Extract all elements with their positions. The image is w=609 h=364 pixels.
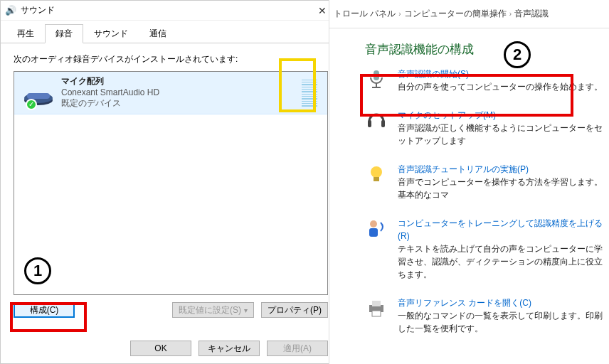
- tab-communications[interactable]: 通信: [139, 24, 177, 43]
- dialog-bottom-row: OK キャンセル 適用(A): [130, 341, 328, 356]
- chevron-right-icon: ›: [398, 10, 401, 18]
- svg-rect-2: [27, 93, 50, 99]
- breadcrumb-speech[interactable]: 音声認識: [514, 8, 549, 20]
- breadcrumb: トロール パネル › コンピューターの簡単操作 › 音声認識: [329, 0, 609, 28]
- sound-dialog: 🔊 サウンド ✕ 再生 録音 サウンド 通信 次のオーディオ録音デバイスがインス…: [0, 0, 341, 364]
- svg-rect-7: [381, 120, 385, 127]
- person-speaking-icon: [365, 217, 388, 240]
- option-tutorial: 音声認識チュートリアルの実施(P) 音声でコンピューターを操作する方法を学習しま…: [365, 163, 605, 201]
- option-start-desc: 自分の声を使ってコンピューターの操作を始めます。: [398, 80, 605, 93]
- option-train-desc: テキストを読み上げて自分の声をコンピューターに学習させ、認識が、ディクテーション…: [398, 242, 605, 281]
- svg-rect-14: [372, 311, 381, 316]
- option-start-speech: 音声認識の開始(S) 自分の声を使ってコンピューターの操作を始めます。: [365, 68, 605, 93]
- option-reference: 音声リファレンス カードを開く(C) 一般的なコマンドの一覧を表示して印刷します…: [365, 296, 605, 335]
- chevron-right-icon: ›: [509, 10, 512, 18]
- printer-icon: [365, 296, 388, 319]
- microphone-array-icon: ✓: [21, 79, 55, 107]
- panel-body: 音声認識機能の構成 音声認識の開始(S) 自分の声を使ってコンピューターの操作を…: [329, 28, 609, 355]
- option-start-link[interactable]: 音声認識の開始(S): [398, 68, 605, 80]
- option-tutorial-link[interactable]: 音声認識チュートリアルの実施(P): [398, 163, 605, 176]
- svg-rect-11: [369, 228, 378, 237]
- cancel-button[interactable]: キャンセル: [198, 341, 260, 356]
- checkmark-icon: ✓: [26, 99, 37, 110]
- device-default-label: 既定のデバイス: [61, 98, 296, 109]
- set-default-button[interactable]: 既定値に設定(S) ▾: [172, 302, 254, 318]
- device-subtitle: Conexant SmartAudio HD: [61, 87, 296, 99]
- titlebar: 🔊 サウンド ✕: [1, 1, 341, 21]
- svg-rect-9: [374, 177, 379, 181]
- device-list[interactable]: ✓ マイク配列 Conexant SmartAudio HD 既定のデバイス: [14, 71, 328, 295]
- tabs-bar: 再生 録音 サウンド 通信: [1, 21, 341, 43]
- microphone-icon: [365, 68, 388, 90]
- configure-button[interactable]: 構成(C): [14, 302, 75, 318]
- lightbulb-icon: [365, 163, 388, 186]
- svg-point-8: [371, 166, 382, 178]
- panel-heading: 音声認識機能の構成: [365, 41, 605, 58]
- svg-rect-6: [368, 120, 371, 127]
- set-default-label: 既定値に設定(S): [179, 304, 241, 316]
- annotation-circle-1: 1: [24, 257, 51, 284]
- headset-icon: [365, 109, 388, 132]
- annotation-circle-2: 2: [504, 41, 531, 68]
- option-reference-link[interactable]: 音声リファレンス カードを開く(C): [398, 296, 605, 309]
- tab-recording[interactable]: 録音: [45, 24, 83, 43]
- tab-playback[interactable]: 再生: [6, 24, 45, 43]
- instruction-text: 次のオーディオ録音デバイスがインストールされています:: [14, 53, 328, 65]
- option-setup-mic: マイクのセットアップ(M) 音声認識が正しく機能するようにコンピューターをセット…: [365, 109, 605, 147]
- speaker-icon: 🔊: [5, 5, 16, 16]
- option-train: コンピューターをトレーニングして認識精度を上げる(R) テキストを読み上げて自分…: [365, 217, 605, 281]
- device-item[interactable]: ✓ マイク配列 Conexant SmartAudio HD 既定のデバイス: [14, 72, 327, 114]
- breadcrumb-control-panel[interactable]: トロール パネル: [334, 8, 396, 20]
- device-button-row: 構成(C) 既定値に設定(S) ▾ プロパティ(P): [14, 302, 328, 318]
- svg-rect-3: [374, 70, 379, 80]
- option-train-link[interactable]: コンピューターをトレーニングして認識精度を上げる(R): [398, 217, 605, 242]
- option-setup-mic-link[interactable]: マイクのセットアップ(M): [398, 109, 605, 122]
- svg-point-10: [370, 220, 377, 228]
- chevron-down-icon: ▾: [244, 306, 248, 314]
- option-setup-mic-desc: 音声認識が正しく機能するようにコンピューターをセットアップします: [398, 122, 605, 147]
- level-meter: [302, 80, 317, 107]
- option-tutorial-desc: 音声でコンピューターを操作する方法を学習します。基本的なコマ: [398, 176, 605, 201]
- svg-rect-13: [372, 301, 381, 306]
- device-name: マイク配列: [61, 76, 296, 87]
- ok-button[interactable]: OK: [130, 341, 191, 356]
- device-text: マイク配列 Conexant SmartAudio HD 既定のデバイス: [61, 76, 296, 109]
- breadcrumb-ease-of-access[interactable]: コンピューターの簡単操作: [404, 8, 507, 20]
- speech-recognition-panel: トロール パネル › コンピューターの簡単操作 › 音声認識 音声認識機能の構成…: [329, 0, 609, 364]
- apply-button[interactable]: 適用(A): [267, 341, 328, 356]
- dialog-content: 次のオーディオ録音デバイスがインストールされています: ✓ マイク配列 Cone…: [1, 43, 341, 325]
- window-title: サウンド: [21, 4, 308, 16]
- properties-button[interactable]: プロパティ(P): [261, 302, 328, 318]
- tab-sounds[interactable]: サウンド: [83, 24, 139, 43]
- option-reference-desc: 一般的なコマンドの一覧を表示して印刷します。印刷した一覧を便利です。: [398, 309, 605, 335]
